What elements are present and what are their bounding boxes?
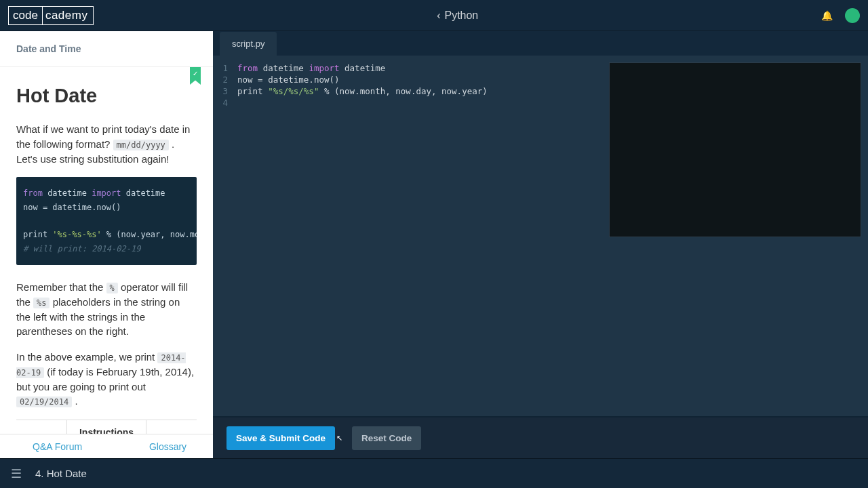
course-breadcrumb[interactable]: ‹ Python: [437, 9, 478, 22]
lesson-sidebar: Date and Time ✓ Hot Date What if we want…: [0, 31, 213, 458]
editor-tab-row: script.py: [213, 31, 868, 56]
sidebar-footer: Q&A Forum Glossary: [0, 434, 213, 458]
paragraph-3: In the above example, we print 2014-02-1…: [16, 350, 197, 409]
instructions-tab-row: Instructions: [16, 420, 197, 434]
paragraph-2: Remember that the % operator will fill t…: [16, 280, 197, 339]
glossary-link[interactable]: Glossary: [123, 441, 213, 452]
save-submit-button[interactable]: Save & Submit Code: [226, 426, 335, 450]
file-tab[interactable]: script.py: [220, 32, 277, 56]
cursor-icon: ↖: [336, 434, 342, 443]
action-bar: Save & Submit Code ↖ Reset Code: [213, 416, 868, 458]
bell-icon[interactable]: 🔔: [821, 10, 833, 21]
qa-forum-link[interactable]: Q&A Forum: [0, 441, 123, 452]
menu-icon[interactable]: ☰: [11, 466, 22, 481]
workspace: script.py 1 2 3 4 from datetime import d…: [213, 31, 868, 458]
intro-paragraph: What if we want to print today's date in…: [16, 122, 197, 166]
output-panel: [609, 62, 861, 237]
bottom-bar: ☰ 4. Hot Date: [0, 458, 868, 488]
lesson-indicator: 4. Hot Date: [35, 468, 87, 479]
top-right: 🔔: [821, 8, 860, 23]
example-code-block: from datetime import datetime now = date…: [16, 177, 197, 265]
logo-box: code: [9, 7, 43, 24]
course-name: Python: [444, 9, 478, 22]
line-gutter: 1 2 3 4: [213, 56, 233, 416]
check-icon: ✓: [193, 70, 198, 77]
inline-code: mm/dd/yyyy: [113, 140, 169, 150]
lesson-title: Hot Date: [16, 85, 197, 107]
top-bar: code cademy ‹ Python 🔔: [0, 0, 868, 31]
complete-bookmark-icon: ✓: [190, 67, 201, 85]
lesson-body: ✓ Hot Date What if we want to print toda…: [0, 67, 213, 434]
section-title: Date and Time: [0, 31, 213, 67]
reset-code-button[interactable]: Reset Code: [352, 426, 421, 450]
chevron-left-icon: ‹: [437, 9, 440, 22]
logo-text: cademy: [43, 7, 94, 24]
main-area: Date and Time ✓ Hot Date What if we want…: [0, 31, 868, 458]
logo[interactable]: code cademy: [8, 6, 94, 25]
code-editor[interactable]: 1 2 3 4 from datetime import datetimenow…: [213, 56, 868, 416]
avatar[interactable]: [845, 8, 860, 23]
instructions-tab[interactable]: Instructions: [66, 420, 146, 434]
